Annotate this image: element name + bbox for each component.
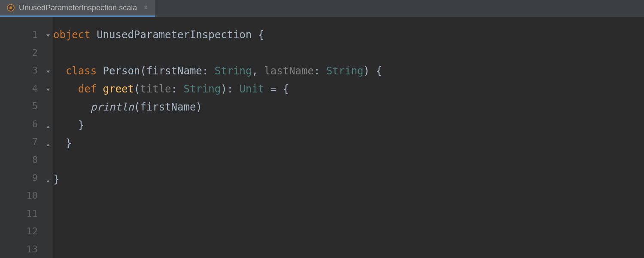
tab-filename: UnusedParameterInspection.scala (19, 3, 137, 12)
code-line (53, 44, 644, 62)
line-number: 4 (32, 83, 38, 94)
fold-open-icon[interactable] (46, 86, 51, 92)
fold-strip (43, 17, 53, 258)
code-line: object UnusedParameterInspection { (53, 26, 644, 44)
fold-close-icon[interactable] (46, 123, 51, 128)
svg-marker-6 (46, 144, 50, 146)
code-line: class Person(firstName: String, lastName… (53, 62, 644, 80)
code-line (53, 243, 644, 258)
line-number: 3 (32, 65, 38, 76)
line-number: 11 (27, 208, 38, 219)
line-number: 12 (27, 226, 38, 236)
line-number: 9 (32, 172, 38, 183)
svg-marker-4 (46, 89, 50, 91)
svg-point-1 (9, 6, 12, 9)
line-number: 7 (32, 136, 38, 147)
svg-marker-3 (46, 71, 50, 73)
svg-marker-5 (46, 126, 50, 128)
close-icon[interactable]: × (144, 4, 148, 12)
code-line (53, 152, 644, 170)
svg-marker-2 (46, 34, 50, 37)
code-line (53, 206, 644, 224)
code-line: println(firstName) (53, 98, 644, 116)
tab-bar: UnusedParameterInspection.scala × (0, 0, 644, 17)
line-number: 5 (32, 101, 38, 111)
code-line: def greet(title: String): Unit = { (53, 80, 644, 98)
line-number: 2 (32, 47, 38, 58)
line-number: 8 (32, 154, 38, 165)
line-number-gutter: 1 2 3 4 5 6 7 8 9 10 11 12 13 (0, 17, 43, 258)
editor-tab[interactable]: UnusedParameterInspection.scala × (0, 0, 155, 17)
line-number: 13 (27, 244, 38, 255)
fold-open-icon[interactable] (46, 68, 51, 74)
fold-close-icon[interactable] (46, 141, 51, 146)
code-line: } (53, 116, 644, 134)
editor-area: 1 2 3 4 5 6 7 8 9 10 11 12 13 object Unu… (0, 17, 644, 258)
code-area[interactable]: object UnusedParameterInspection { class… (53, 17, 644, 258)
fold-close-icon[interactable] (46, 177, 51, 182)
code-line (53, 224, 644, 243)
scala-file-icon (7, 4, 15, 12)
line-number: 1 (32, 29, 38, 40)
line-number: 10 (27, 190, 38, 201)
svg-marker-7 (46, 180, 50, 182)
code-line: } (53, 134, 644, 152)
code-line: } (53, 170, 644, 188)
code-line (53, 188, 644, 206)
line-number: 6 (32, 119, 38, 129)
fold-open-icon[interactable] (46, 32, 51, 37)
